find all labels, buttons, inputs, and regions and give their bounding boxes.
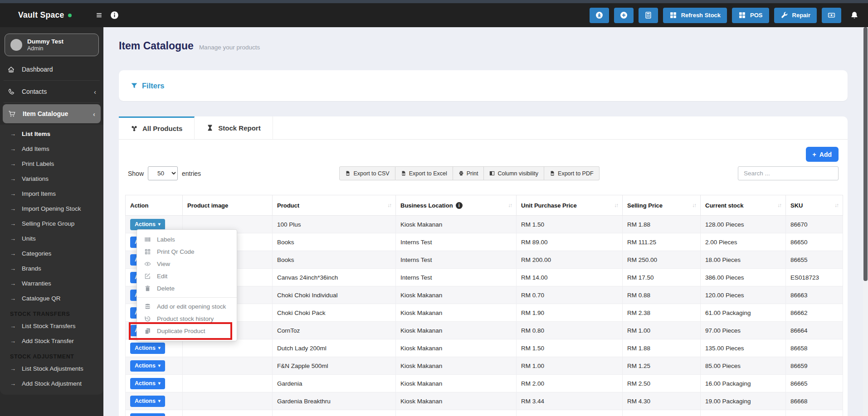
menu-item-view[interactable]: View [137, 258, 237, 270]
arrow-right-icon: → [10, 160, 16, 167]
show-label: Show [128, 170, 144, 177]
sidebar-item-dashboard[interactable]: Dashboard [0, 60, 103, 79]
entries-label: entries [182, 170, 201, 177]
arrow-right-icon: → [10, 175, 16, 182]
product-cell: Canvas 24inch*36inch [273, 269, 396, 286]
location-cell: Interns Test [396, 233, 517, 251]
menu-item-add-or-edit-opening-stock[interactable]: Add or edit opening stock [137, 300, 237, 313]
download-button[interactable] [590, 8, 609, 23]
menu-item-product-stock-history[interactable]: Product stock history [137, 313, 237, 325]
current-stock-cell: 97.00 Pieces [701, 322, 786, 339]
column-header-unit-purchase-price[interactable]: Unit Purchase Price ↓↑ [517, 195, 623, 216]
sidebar: Dummy Test Admin Dashboard Contacts ‹ It… [0, 27, 103, 416]
tab-stock-report[interactable]: Stock Report [195, 116, 273, 139]
column-visibility-button[interactable]: Column visibility [484, 166, 544, 180]
product-cell: CornToz [273, 322, 396, 339]
brand-logo[interactable]: Vault Space [18, 10, 72, 20]
arrow-right-icon: → [10, 338, 16, 344]
info-icon[interactable] [110, 11, 119, 19]
calculator-button[interactable] [639, 8, 658, 23]
menu-item-edit[interactable]: Edit [137, 270, 237, 282]
actions-button[interactable]: Actions ▾ [130, 378, 165, 389]
actions-button[interactable]: Actions ▾ [130, 396, 165, 407]
trash-icon [144, 285, 151, 292]
sku-cell: 86662 [786, 304, 843, 322]
search-input[interactable] [738, 166, 839, 180]
sidebar-item-catalogue-qr[interactable]: → Catalogue QR [0, 291, 103, 306]
navbar-actions: Refresh Stock POS Repair [590, 8, 859, 23]
sidebar-item-warranties[interactable]: → Warranties [0, 276, 103, 291]
location-cell: Kiosk Makanan [396, 216, 517, 233]
sidebar-item-list-stock-transfers[interactable]: → List Stock Transfers [0, 319, 103, 334]
sidebar-divider [4, 102, 100, 103]
column-header-selling-price[interactable]: Selling Price ↓↑ [623, 195, 701, 216]
add-button[interactable]: + Add [806, 147, 839, 162]
pos-button[interactable]: POS [732, 8, 769, 23]
selling-price-cell: RM 17.50 [623, 269, 701, 286]
actions-button[interactable]: Actions ▾ [130, 413, 165, 416]
table-row: Actions ▾ Gardenia Kiosk Makanan RM 2.00… [126, 375, 843, 392]
refresh-stock-button[interactable]: Refresh Stock [663, 8, 727, 23]
tab-all-products[interactable]: All Products [119, 116, 195, 139]
sidebar-item-units[interactable]: → Units [0, 231, 103, 246]
sku-cell: 86658 [786, 339, 843, 357]
top-navbar: Vault Space Refresh Stock POS Repair [0, 3, 868, 27]
column-header-sku[interactable]: SKU ↓↑ [786, 195, 843, 216]
sidebar-item-add-items[interactable]: → Add Items [0, 141, 103, 156]
sidebar-item-list-items[interactable]: → List Items [0, 126, 103, 141]
column-header-product-image[interactable]: Product image [183, 195, 273, 216]
purchase-price-cell: RM 200.00 [517, 251, 623, 269]
cash-register-button[interactable] [822, 8, 841, 23]
sidebar-item-list-stock-adjustments[interactable]: → List Stock Adjustments [0, 361, 103, 376]
column-header-current-stock[interactable]: Current stock ↓↑ [701, 195, 786, 216]
product-image-cell [183, 392, 273, 410]
menu-item-delete[interactable]: Delete [137, 282, 237, 295]
sidebar-item-categories[interactable]: → Categories [0, 246, 103, 261]
export-to-excel-button[interactable]: Export to Excel [395, 166, 453, 180]
user-card[interactable]: Dummy Test Admin [5, 34, 99, 56]
sidebar-item-item-catalogue[interactable]: Item Catalogue ‹ [3, 104, 101, 123]
current-stock-cell: 128.00 Pieces [701, 216, 786, 233]
repair-button[interactable]: Repair [774, 8, 817, 23]
purchase-price-cell: RM 1.90 [517, 304, 623, 322]
page-scrollbar[interactable] [863, 27, 868, 416]
sidebar-item-brands[interactable]: → Brands [0, 261, 103, 276]
tab-bar: All Products Stock Report [119, 116, 848, 140]
actions-button[interactable]: Actions ▾ [130, 343, 165, 354]
sort-icon: ↓↑ [692, 202, 696, 208]
bell-icon[interactable] [850, 11, 859, 20]
scrollbar-thumb[interactable] [863, 27, 868, 281]
info-icon[interactable]: i [456, 202, 463, 209]
product-cell: Gardenia Butterscotch [273, 410, 396, 416]
eye-icon [144, 261, 151, 267]
sidebar-item-variations[interactable]: → Variations [0, 171, 103, 186]
column-header-action[interactable]: Action [126, 195, 183, 216]
sidebar-item-add-stock-adjustment[interactable]: → Add Stock Adjustment [0, 376, 103, 391]
actions-button[interactable]: Actions ▾ [130, 360, 165, 372]
menu-item-labels[interactable]: Labels [137, 233, 237, 246]
sidebar-item-contacts[interactable]: Contacts ‹ [0, 82, 103, 101]
arrow-right-icon: → [10, 365, 16, 372]
arrow-right-icon: → [10, 190, 16, 197]
column-header-product[interactable]: Product ↓↑ [273, 195, 396, 216]
export-to-csv-button[interactable]: Export to CSV [339, 166, 395, 180]
quick-add-button[interactable] [614, 8, 634, 23]
menu-item-duplicate-product[interactable]: Duplicate Product [137, 325, 237, 337]
export-to-pdf-button[interactable]: Export to PDF [544, 166, 600, 180]
print-button[interactable]: Print [453, 166, 484, 180]
sidebar-item-add-stock-transfer[interactable]: → Add Stock Transfer [0, 334, 103, 348]
sidebar-item-print-labels[interactable]: → Print Labels [0, 156, 103, 171]
filters-panel[interactable]: Filters [119, 70, 848, 101]
sku-cell: 86664 [786, 322, 843, 339]
sort-icon: ↓↑ [387, 202, 391, 208]
sidebar-item-import-opening-stock[interactable]: → Import Opening Stock [0, 201, 103, 216]
caret-down-icon: ▾ [158, 381, 161, 386]
menu-item-print-qr-code[interactable]: Print Qr Code [137, 246, 237, 258]
sidebar-item-selling-price-group[interactable]: → Selling Price Group [0, 216, 103, 231]
page-size-select[interactable]: 50 [148, 166, 178, 180]
column-header-business-location[interactable]: Business Location i ↓↑ [396, 195, 517, 216]
user-role: Admin [27, 45, 63, 52]
hamburger-icon[interactable] [95, 11, 103, 19]
sidebar-item-import-items[interactable]: → Import Items [0, 186, 103, 201]
actions-button[interactable]: Actions ▾ [130, 219, 165, 230]
